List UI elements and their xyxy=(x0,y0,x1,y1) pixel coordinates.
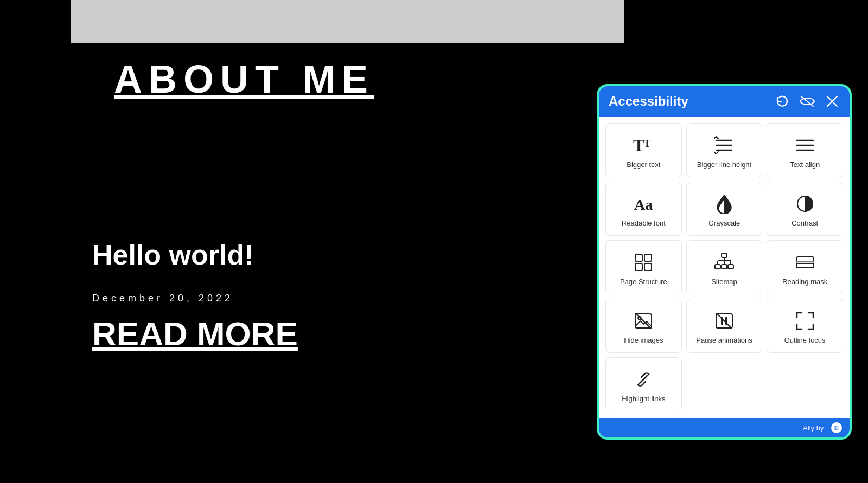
svg-rect-36 xyxy=(725,317,727,325)
contrast-icon xyxy=(796,193,814,215)
outline-focus-icon xyxy=(795,310,815,332)
panel-title: Accessibility xyxy=(609,94,688,109)
svg-line-34 xyxy=(717,313,732,329)
text-align-button[interactable]: Text align xyxy=(767,123,843,177)
pause-animations-icon xyxy=(714,310,734,332)
hide-images-icon xyxy=(634,310,653,332)
footer-text: Ally by xyxy=(803,424,824,432)
page-structure-button[interactable]: Page Structure xyxy=(605,240,682,294)
svg-rect-21 xyxy=(728,265,733,269)
svg-text:T: T xyxy=(644,138,650,149)
bigger-line-height-button[interactable]: Bigger line height xyxy=(686,123,763,177)
text-align-icon xyxy=(795,134,815,156)
close-icon[interactable] xyxy=(825,94,840,109)
svg-rect-20 xyxy=(722,265,727,269)
readable-font-icon: Aa xyxy=(633,193,654,215)
about-me-heading: ABOUT ME xyxy=(0,57,488,101)
bigger-line-height-label: Bigger line height xyxy=(697,160,751,169)
date-text: December 20, 2022 xyxy=(92,293,233,304)
sitemap-label: Sitemap xyxy=(711,278,737,286)
footer-e-logo: E xyxy=(831,422,842,433)
read-more-link[interactable]: READ MORE xyxy=(92,314,298,353)
panel-footer: Ally by E xyxy=(599,418,850,437)
svg-rect-19 xyxy=(715,265,720,269)
svg-rect-29 xyxy=(796,261,814,263)
reading-mask-button[interactable]: Reading mask xyxy=(767,240,843,294)
text-align-label: Text align xyxy=(790,160,820,169)
grayscale-button[interactable]: Grayscale xyxy=(686,182,763,236)
accessibility-panel: Accessibility xyxy=(597,84,852,440)
sitemap-icon xyxy=(714,252,734,273)
page-structure-label: Page Structure xyxy=(620,278,667,286)
bigger-text-icon: T T xyxy=(633,134,654,156)
reading-mask-icon xyxy=(795,252,815,273)
svg-rect-15 xyxy=(644,254,652,261)
reset-icon[interactable] xyxy=(775,94,790,109)
outline-focus-label: Outline focus xyxy=(784,336,826,344)
svg-text:T: T xyxy=(633,136,644,154)
highlight-links-button[interactable]: Highlight links xyxy=(605,357,682,411)
bigger-line-height-icon xyxy=(714,134,735,156)
hide-icon[interactable] xyxy=(800,94,815,109)
hide-images-button[interactable]: Hide images xyxy=(605,299,682,353)
svg-rect-17 xyxy=(644,263,652,271)
bigger-text-button[interactable]: T T Bigger text xyxy=(605,123,682,177)
sitemap-button[interactable]: Sitemap xyxy=(686,240,763,294)
contrast-button[interactable]: Contrast xyxy=(767,182,843,236)
accessibility-grid: T T Bigger text Bigger line height xyxy=(599,117,850,418)
readable-font-button[interactable]: Aa Readable font xyxy=(605,182,682,236)
svg-rect-18 xyxy=(722,253,727,257)
svg-rect-35 xyxy=(721,317,723,325)
pause-animations-button[interactable]: Pause animations xyxy=(686,299,763,353)
svg-line-37 xyxy=(641,377,646,382)
panel-header: Accessibility xyxy=(599,86,850,117)
svg-rect-16 xyxy=(635,263,642,271)
footer-logo: Ally by E xyxy=(803,422,842,433)
highlight-links-label: Highlight links xyxy=(622,395,665,403)
grayscale-icon xyxy=(716,193,732,215)
panel-header-icons xyxy=(775,94,840,109)
svg-line-32 xyxy=(636,313,651,329)
outline-focus-button[interactable]: Outline focus xyxy=(767,299,843,353)
pause-animations-label: Pause animations xyxy=(696,336,752,344)
svg-rect-14 xyxy=(635,254,642,261)
highlight-links-icon xyxy=(634,369,653,390)
contrast-label: Contrast xyxy=(792,219,818,227)
top-bar xyxy=(71,0,624,43)
page-structure-icon xyxy=(634,252,653,273)
hide-images-label: Hide images xyxy=(624,336,663,344)
reading-mask-label: Reading mask xyxy=(782,278,827,286)
svg-text:Aa: Aa xyxy=(634,196,653,213)
hello-world-heading: Hello world! xyxy=(92,239,254,271)
grayscale-label: Grayscale xyxy=(709,219,741,227)
readable-font-label: Readable font xyxy=(622,219,666,227)
bigger-text-label: Bigger text xyxy=(627,160,660,169)
